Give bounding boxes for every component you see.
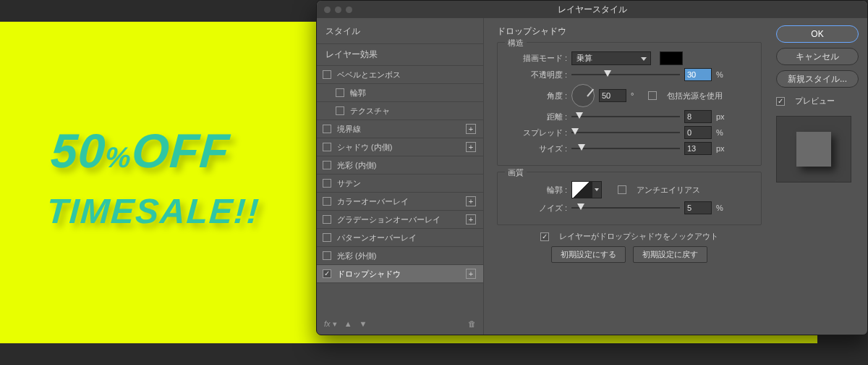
antialias-checkbox[interactable] — [618, 185, 626, 194]
contour-dropdown-icon[interactable] — [592, 181, 602, 198]
knockout-checkbox[interactable] — [540, 232, 549, 241]
add-effect-icon[interactable]: + — [466, 196, 476, 206]
sidebar-footer: fx ▾ ▲ ▼ 🗑 — [317, 313, 483, 335]
drop-shadow-settings: ドロップシャドウ 構造 描画モード : 乗算 不透明度 : 30 % — [484, 18, 773, 335]
minimize-icon[interactable] — [335, 7, 341, 13]
make-default-button[interactable]: 初期設定にする — [551, 246, 626, 263]
checkbox-icon[interactable] — [323, 215, 331, 224]
sidebar-layer-effects-header[interactable]: レイヤー効果 — [317, 44, 483, 66]
shadow-color-swatch[interactable] — [660, 51, 683, 65]
spread-slider[interactable] — [571, 127, 680, 138]
opacity-label: 不透明度 : — [505, 70, 567, 80]
effect-label: 光彩 (外側) — [337, 251, 376, 261]
arrow-up-icon[interactable]: ▲ — [344, 319, 352, 328]
sale-text: 50%OFF TIMESALE!! — [46, 123, 266, 231]
panel-title: ドロップシャドウ — [497, 25, 762, 38]
checkbox-icon[interactable] — [323, 197, 331, 206]
add-effect-icon[interactable]: + — [466, 142, 476, 152]
effect-label: 輪郭 — [350, 88, 366, 98]
new-style-button[interactable]: 新規スタイル... — [776, 70, 859, 88]
effect-label: 境界線 — [337, 124, 361, 135]
spread-label: スプレッド : — [505, 127, 567, 138]
preview-sample — [796, 132, 831, 167]
effect-label: カラーオーバーレイ — [337, 196, 409, 207]
effect-label: シャドウ (内側) — [337, 142, 392, 153]
checkbox-icon[interactable] — [323, 179, 331, 188]
trash-icon[interactable]: 🗑 — [468, 319, 476, 328]
add-effect-icon[interactable]: + — [466, 269, 476, 279]
ok-button[interactable]: OK — [776, 25, 859, 43]
effect-inner-shadow[interactable]: シャドウ (内側) + — [317, 138, 483, 156]
knockout-label: レイヤーがドロップシャドウをノックアウト — [559, 231, 718, 242]
checkbox-icon[interactable] — [336, 88, 344, 97]
angle-label: 角度 : — [505, 91, 567, 101]
checkbox-icon[interactable] — [323, 269, 331, 278]
checkbox-icon[interactable] — [323, 125, 331, 133]
effect-color-overlay[interactable]: カラーオーバーレイ + — [317, 193, 483, 211]
angle-unit: ° — [631, 91, 644, 100]
layer-style-dialog: レイヤースタイル スタイル レイヤー効果 ベベルとエンボス 輪郭 テクスチャ 境… — [316, 0, 868, 335]
checkbox-icon[interactable] — [336, 106, 344, 115]
arrow-down-icon[interactable]: ▼ — [359, 319, 367, 328]
effect-satin[interactable]: サテン — [317, 175, 483, 193]
effect-pattern-overlay[interactable]: パターンオーバーレイ — [317, 229, 483, 247]
effect-contour[interactable]: 輪郭 — [317, 84, 483, 102]
size-slider[interactable] — [571, 143, 680, 154]
effect-bevel-emboss[interactable]: ベベルとエンボス — [317, 66, 483, 84]
checkbox-icon[interactable] — [323, 251, 331, 260]
effect-label: パターンオーバーレイ — [337, 232, 417, 243]
sale-off: OFF — [130, 124, 231, 177]
size-input[interactable]: 13 — [684, 142, 712, 155]
effects-sidebar: スタイル レイヤー効果 ベベルとエンボス 輪郭 テクスチャ 境界線 + シ — [317, 18, 484, 335]
sale-percent: % — [104, 141, 133, 173]
checkbox-icon[interactable] — [323, 233, 331, 242]
size-unit: px — [716, 144, 729, 153]
noise-input[interactable]: 5 — [684, 201, 712, 214]
quality-fieldset: 画質 輪郭 : アンチエイリアス ノイズ : 5 — [497, 172, 762, 225]
close-icon[interactable] — [324, 7, 331, 13]
noise-label: ノイズ : — [505, 203, 567, 214]
checkbox-icon[interactable] — [323, 70, 331, 79]
checkbox-icon[interactable] — [323, 161, 331, 169]
add-effect-icon[interactable]: + — [466, 124, 476, 134]
noise-slider[interactable] — [571, 203, 680, 213]
effect-label: グラデーションオーバーレイ — [337, 214, 441, 225]
titlebar: レイヤースタイル — [317, 1, 867, 18]
preview-checkbox[interactable] — [776, 97, 785, 106]
contour-picker[interactable] — [571, 181, 592, 198]
effect-texture[interactable]: テクスチャ — [317, 102, 483, 120]
effect-drop-shadow[interactable]: ドロップシャドウ + — [317, 265, 483, 283]
sale-timesale: TIMESALE!! — [46, 191, 261, 231]
angle-dial[interactable] — [571, 84, 595, 107]
checkbox-icon[interactable] — [323, 143, 331, 151]
opacity-input[interactable]: 30 — [684, 68, 712, 81]
fx-menu-icon[interactable]: fx ▾ — [324, 319, 337, 329]
opacity-slider[interactable] — [571, 70, 680, 80]
add-effect-icon[interactable]: + — [466, 214, 476, 225]
contour-label: 輪郭 : — [505, 185, 567, 196]
distance-input[interactable]: 8 — [684, 110, 712, 123]
size-label: サイズ : — [505, 143, 567, 154]
effect-inner-glow[interactable]: 光彩 (内側) — [317, 156, 483, 175]
global-light-checkbox[interactable] — [648, 91, 657, 100]
cancel-button[interactable]: キャンセル — [776, 48, 859, 65]
distance-slider[interactable] — [571, 112, 680, 122]
antialias-label: アンチエイリアス — [637, 185, 700, 196]
effect-outer-glow[interactable]: 光彩 (外側) — [317, 247, 483, 265]
spread-input[interactable]: 0 — [684, 126, 712, 139]
blend-mode-select[interactable]: 乗算 — [571, 51, 651, 65]
effect-label: ドロップシャドウ — [337, 269, 401, 280]
angle-input[interactable]: 50 — [599, 89, 626, 102]
reset-default-button[interactable]: 初期設定に戻す — [633, 246, 707, 263]
blend-mode-value: 乗算 — [576, 53, 592, 64]
effect-label: ベベルとエンボス — [337, 70, 401, 80]
quality-legend: 画質 — [505, 167, 527, 178]
sidebar-styles-header[interactable]: スタイル — [317, 18, 483, 44]
spread-unit: % — [716, 128, 729, 137]
structure-legend: 構造 — [505, 38, 527, 49]
global-light-label: 包括光源を使用 — [667, 91, 723, 101]
opacity-unit: % — [716, 70, 729, 79]
maximize-icon[interactable] — [346, 7, 352, 13]
effect-stroke[interactable]: 境界線 + — [317, 120, 483, 138]
effect-gradient-overlay[interactable]: グラデーションオーバーレイ + — [317, 211, 483, 229]
